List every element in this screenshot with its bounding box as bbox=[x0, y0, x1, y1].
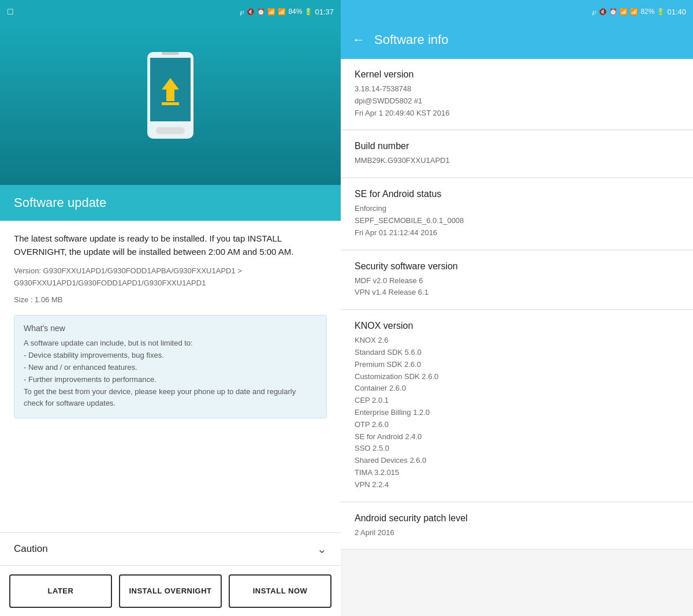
install-now-button[interactable]: INSTALL NOW bbox=[229, 574, 331, 608]
left-status-bar: ☐ ℘ 🔇 ⏰ 📶 📶 84% 🔋 01:37 bbox=[0, 0, 341, 23]
software-info-title: Software info bbox=[374, 32, 448, 47]
info-label-2: SE for Android status bbox=[355, 189, 679, 199]
buttons-row: LATER INSTALL OVERNIGHT INSTALL NOW bbox=[0, 565, 341, 616]
phone-illustration bbox=[144, 49, 196, 142]
right-status-right: ℘ 🔇 ⏰ 📶 📶 82% 🔋 01:40 bbox=[592, 8, 686, 16]
right-header: ← Software info bbox=[341, 23, 693, 59]
info-section-5: Android security patch level2 April 2016 bbox=[341, 503, 693, 550]
back-button[interactable]: ← bbox=[352, 32, 365, 47]
svg-rect-3 bbox=[156, 127, 185, 134]
info-value-4: KNOX 2.6 Standard SDK 5.6.0 Premium SDK … bbox=[355, 335, 679, 491]
right-time: 01:40 bbox=[667, 8, 686, 16]
right-status-bar: ℘ 🔇 ⏰ 📶 📶 82% 🔋 01:40 bbox=[341, 0, 693, 23]
left-panel: ☐ ℘ 🔇 ⏰ 📶 📶 84% 🔋 01:37 Software update bbox=[0, 0, 341, 616]
whats-new-title: What's new bbox=[24, 324, 317, 333]
alarm-icon: ⏰ bbox=[257, 8, 265, 16]
caution-row[interactable]: Caution ⌄ bbox=[0, 532, 341, 565]
info-section-0: Kernel version3.18.14-7538748 dpi@SWDD58… bbox=[341, 59, 693, 130]
whats-new-box: What's new A software update can include… bbox=[14, 315, 327, 418]
info-label-4: KNOX version bbox=[355, 321, 679, 331]
caution-label: Caution bbox=[14, 543, 48, 555]
right-volume-icon: 🔇 bbox=[599, 8, 607, 16]
software-update-title: Software update bbox=[14, 195, 327, 210]
left-time: 01:37 bbox=[315, 8, 334, 16]
size-info: Size : 1.06 MB bbox=[14, 294, 327, 306]
wifi-icon: 📶 bbox=[267, 8, 275, 16]
svg-rect-5 bbox=[162, 102, 179, 105]
whats-new-content: A software update can include, but is no… bbox=[24, 337, 317, 410]
left-hero bbox=[0, 23, 341, 185]
info-value-2: Enforcing SEPF_SECMOBILE_6.0.1_0008 Fri … bbox=[355, 203, 679, 239]
right-alarm-icon: ⏰ bbox=[609, 8, 617, 16]
info-value-5: 2 April 2016 bbox=[355, 527, 679, 539]
right-battery-percent: 82% bbox=[640, 8, 654, 16]
right-battery-icon: 🔋 bbox=[657, 8, 665, 16]
left-title-bar: Software update bbox=[0, 185, 341, 221]
info-label-3: Security software version bbox=[355, 261, 679, 272]
svg-rect-2 bbox=[162, 52, 179, 55]
install-overnight-button[interactable]: INSTALL OVERNIGHT bbox=[119, 574, 222, 608]
signal-icon: 📶 bbox=[278, 8, 286, 16]
left-status-right: ℘ 🔇 ⏰ 📶 📶 84% 🔋 01:37 bbox=[240, 8, 334, 16]
info-value-0: 3.18.14-7538748 dpi@SWDD5802 #1 Fri Apr … bbox=[355, 83, 679, 119]
info-section-1: Build numberMMB29K.G930FXXU1APD1 bbox=[341, 131, 693, 178]
info-value-3: MDF v2.0 Release 6 VPN v1.4 Release 6.1 bbox=[355, 275, 679, 299]
later-button[interactable]: LATER bbox=[9, 574, 112, 608]
right-bluetooth-icon: ℘ bbox=[592, 8, 597, 16]
update-description: The latest software update is ready to b… bbox=[14, 232, 327, 258]
battery-icon: 🔋 bbox=[304, 8, 312, 16]
info-section-4: KNOX versionKNOX 2.6 Standard SDK 5.6.0 … bbox=[341, 310, 693, 502]
info-section-3: Security software versionMDF v2.0 Releas… bbox=[341, 251, 693, 310]
battery-percent: 84% bbox=[288, 8, 302, 16]
left-status-icons: ☐ bbox=[7, 8, 14, 16]
info-label-5: Android security patch level bbox=[355, 513, 679, 524]
right-panel: ℘ 🔇 ⏰ 📶 📶 82% 🔋 01:40 ← Software info Ke… bbox=[341, 0, 693, 616]
right-content: Kernel version3.18.14-7538748 dpi@SWDD58… bbox=[341, 59, 693, 616]
info-label-1: Build number bbox=[355, 141, 679, 151]
info-label-0: Kernel version bbox=[355, 69, 679, 80]
left-content: The latest software update is ready to b… bbox=[0, 221, 341, 532]
phone-icon: ☐ bbox=[7, 8, 14, 16]
info-section-2: SE for Android statusEnforcing SEPF_SECM… bbox=[341, 179, 693, 250]
volume-icon: 🔇 bbox=[247, 8, 255, 16]
info-value-1: MMB29K.G930FXXU1APD1 bbox=[355, 155, 679, 167]
right-signal-icon: 📶 bbox=[630, 8, 638, 16]
version-info: Version: G930FXXU1APD1/G930FODD1APBA/G93… bbox=[14, 265, 327, 290]
chevron-down-icon: ⌄ bbox=[317, 542, 327, 556]
bluetooth-icon: ℘ bbox=[240, 8, 244, 16]
right-wifi-icon: 📶 bbox=[620, 8, 628, 16]
